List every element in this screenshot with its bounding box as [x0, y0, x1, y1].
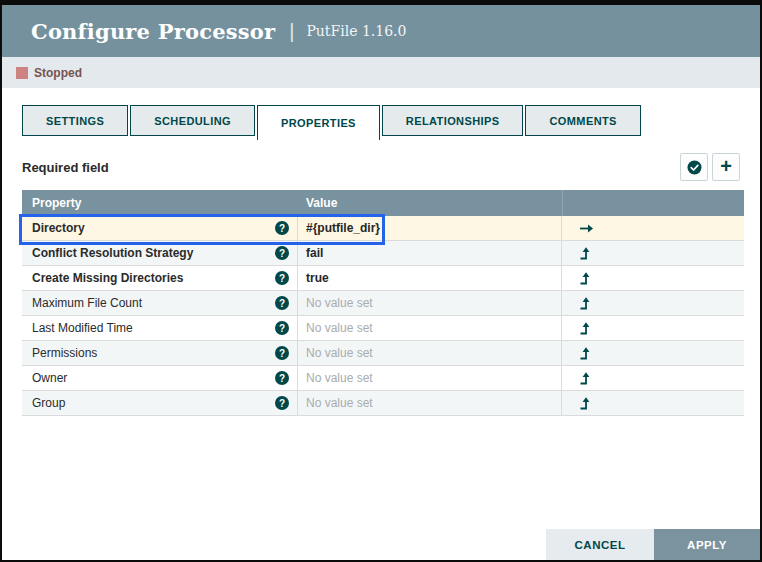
- table-row-maximum-file-count[interactable]: Maximum File Count ? No value set: [22, 291, 744, 316]
- property-name: Maximum File Count: [32, 296, 142, 310]
- dialog-footer: CANCEL APPLY: [546, 529, 760, 560]
- table-row-last-modified-time[interactable]: Last Modified Time ? No value set: [22, 316, 744, 341]
- property-value[interactable]: No value set: [306, 396, 373, 410]
- tab-scheduling[interactable]: SCHEDULING: [130, 105, 255, 136]
- property-name: Group: [32, 396, 65, 410]
- tab-comments[interactable]: COMMENTS: [525, 105, 640, 136]
- circle-check-icon: [686, 159, 703, 176]
- tab-settings[interactable]: SETTINGS: [22, 105, 128, 136]
- property-value[interactable]: No value set: [306, 346, 373, 360]
- property-value[interactable]: No value set: [306, 371, 373, 385]
- property-name: Directory: [32, 221, 85, 235]
- property-name: Conflict Resolution Strategy: [32, 246, 193, 260]
- table-row-group[interactable]: Group ? No value set: [22, 391, 744, 416]
- properties-table: Property Value Directory ? #{putfile_dir…: [22, 190, 744, 416]
- dialog-header: Configure Processor | PutFile 1.16.0: [2, 5, 760, 57]
- dialog-content: SETTINGS SCHEDULING PROPERTIES RELATIONS…: [2, 105, 760, 416]
- level-up-arrow-icon: [579, 296, 591, 310]
- status-label: Stopped: [34, 66, 82, 80]
- level-up-arrow-icon: [579, 271, 591, 285]
- convert-to-parameter-button[interactable]: [562, 366, 744, 390]
- convert-to-parameter-button[interactable]: [562, 391, 744, 415]
- add-property-button[interactable]: +: [712, 153, 740, 181]
- dialog-title: Configure Processor: [31, 19, 275, 44]
- tab-bar: SETTINGS SCHEDULING PROPERTIES RELATIONS…: [22, 105, 740, 140]
- property-name: Owner: [32, 371, 67, 385]
- required-field-label: Required field: [22, 160, 109, 175]
- table-row-directory[interactable]: Directory ? #{putfile_dir}: [22, 216, 744, 241]
- question-circle-icon[interactable]: ?: [275, 321, 289, 335]
- table-row-create-missing-directories[interactable]: Create Missing Directories ? true: [22, 266, 744, 291]
- property-name: Last Modified Time: [32, 321, 133, 335]
- column-header-value: Value: [298, 196, 562, 210]
- level-up-arrow-icon: [579, 246, 591, 260]
- table-header: Property Value: [22, 190, 744, 216]
- property-name: Permissions: [32, 346, 97, 360]
- convert-to-parameter-button[interactable]: [562, 266, 744, 290]
- properties-toolbar: Required field +: [22, 153, 740, 181]
- goto-parameter-button[interactable]: [562, 216, 744, 240]
- question-circle-icon[interactable]: ?: [275, 271, 289, 285]
- convert-to-parameter-button[interactable]: [562, 316, 744, 340]
- verify-properties-button[interactable]: [680, 153, 708, 181]
- property-value[interactable]: fail: [306, 246, 323, 260]
- level-up-arrow-icon: [579, 321, 591, 335]
- question-circle-icon[interactable]: ?: [275, 371, 289, 385]
- property-value[interactable]: true: [306, 271, 329, 285]
- question-circle-icon[interactable]: ?: [275, 396, 289, 410]
- table-row-owner[interactable]: Owner ? No value set: [22, 366, 744, 391]
- question-circle-icon[interactable]: ?: [275, 246, 289, 260]
- question-circle-icon[interactable]: ?: [275, 221, 289, 235]
- property-name: Create Missing Directories: [32, 271, 183, 285]
- status-bar: Stopped: [2, 57, 760, 88]
- table-row-permissions[interactable]: Permissions ? No value set: [22, 341, 744, 366]
- convert-to-parameter-button[interactable]: [562, 241, 744, 265]
- level-up-arrow-icon: [579, 371, 591, 385]
- configure-processor-dialog: Configure Processor | PutFile 1.16.0 Sto…: [0, 0, 762, 562]
- stopped-square-icon: [16, 67, 28, 79]
- processor-type-version: PutFile 1.16.0: [306, 23, 406, 39]
- arrow-right-icon: [579, 223, 594, 234]
- question-circle-icon[interactable]: ?: [275, 296, 289, 310]
- property-value[interactable]: No value set: [306, 296, 373, 310]
- apply-button[interactable]: APPLY: [654, 529, 760, 560]
- convert-to-parameter-button[interactable]: [562, 341, 744, 365]
- level-up-arrow-icon: [579, 396, 591, 410]
- title-separator: |: [289, 20, 294, 43]
- column-header-actions: [562, 190, 744, 216]
- convert-to-parameter-button[interactable]: [562, 291, 744, 315]
- property-value[interactable]: No value set: [306, 321, 373, 335]
- question-circle-icon[interactable]: ?: [275, 346, 289, 360]
- toolbar-buttons: +: [680, 153, 740, 181]
- tab-relationships[interactable]: RELATIONSHIPS: [382, 105, 524, 136]
- column-header-property: Property: [22, 196, 298, 210]
- plus-icon: +: [720, 156, 732, 176]
- tab-properties[interactable]: PROPERTIES: [257, 105, 380, 140]
- table-row-conflict-resolution[interactable]: Conflict Resolution Strategy ? fail: [22, 241, 744, 266]
- property-value[interactable]: #{putfile_dir}: [306, 221, 380, 235]
- cancel-button[interactable]: CANCEL: [546, 529, 654, 560]
- level-up-arrow-icon: [579, 346, 591, 360]
